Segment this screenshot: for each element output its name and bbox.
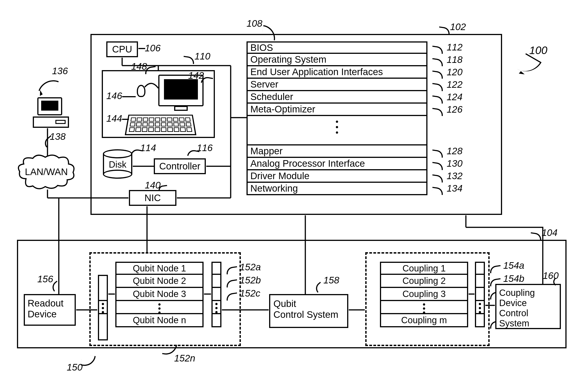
ref-100: 100 (529, 44, 547, 56)
lead-108 (261, 25, 277, 40)
lead-106 (138, 48, 145, 49)
ref-144: 144 (106, 113, 122, 124)
ext-slot (55, 120, 65, 124)
cloud-label: LAN/WAN (25, 166, 68, 177)
controller-box: Controller (154, 158, 206, 174)
qubit-ctrl-l2: Control System (273, 309, 344, 320)
keyboard (125, 115, 196, 135)
qubit-spacer (115, 301, 204, 314)
qubit-node-1: Qubit Node 1 (115, 262, 204, 275)
readout-l1: Readout (27, 298, 72, 309)
mem-networking: Networking (246, 183, 427, 195)
mem-metaopt: Meta-Optimizer (246, 104, 427, 116)
ref-106: 106 (145, 43, 161, 54)
mem-bios: BIOS (246, 42, 427, 54)
ref-104: 104 (542, 227, 558, 238)
ref-132: 132 (447, 170, 463, 182)
disk-label: Disk (103, 160, 132, 170)
readout-box: Readout Device (24, 294, 76, 326)
lead-104 (530, 232, 542, 241)
ref-152c: 152c (240, 288, 260, 299)
ref-120: 120 (447, 67, 463, 78)
ref-128: 128 (447, 146, 463, 156)
monitor-screen (164, 79, 198, 100)
ref-102: 102 (450, 22, 466, 32)
coupling-ctrl-box: Coupling Device Control System (495, 284, 561, 329)
ref-152n: 152n (174, 353, 195, 364)
coupling-ctrl-l1: Coupling (499, 288, 557, 298)
ref-122: 122 (447, 79, 463, 90)
lead-102 (438, 26, 451, 35)
ref-134: 134 (447, 183, 463, 194)
coupling-1: Coupling 1 (380, 262, 468, 275)
coupling-spacer (380, 301, 468, 314)
ref-154b: 154b (503, 273, 524, 284)
arrowhead-100 (519, 71, 525, 77)
ref-158: 158 (323, 275, 339, 286)
disk: Disk (103, 149, 132, 179)
lead-150 (81, 354, 96, 367)
coupling-m: Coupling m (380, 314, 468, 327)
cpu-box: CPU (106, 42, 138, 57)
ref-126: 126 (447, 104, 463, 115)
coupling-2: Coupling 2 (380, 275, 468, 288)
qubit-stack: Qubit Node 1 Qubit Node 2 Qubit Node 3 Q… (115, 262, 204, 327)
nic-box: NIC (129, 190, 176, 206)
coupling-stack: Coupling 1 Coupling 2 Coupling 3 Couplin… (380, 262, 468, 327)
ref-124: 124 (447, 92, 463, 102)
mem-api: Analog Processor Interface (246, 158, 427, 170)
ref-118: 118 (447, 54, 463, 65)
mem-driver: Driver Module (246, 170, 427, 183)
ref-112: 112 (447, 42, 463, 53)
qubit-node-2: Qubit Node 2 (115, 275, 204, 288)
ref-136: 136 (52, 66, 68, 76)
lead-146 (122, 96, 136, 97)
qubit-side-left (98, 275, 108, 340)
ref-140: 140 (145, 180, 161, 191)
qubit-node-3: Qubit Node 3 (115, 288, 204, 301)
ref-152a: 152a (240, 262, 261, 272)
lead-144 (122, 119, 129, 120)
ref-148: 148 (131, 61, 147, 72)
mem-euai: End User Application Interfaces (246, 66, 427, 79)
monitor-stand (174, 106, 188, 111)
memory-table: BIOS Operating System End User Applicati… (246, 42, 427, 195)
ref-152b: 152b (240, 275, 261, 286)
controller-label: Controller (159, 161, 200, 172)
qubit-node-n: Qubit Node n (115, 314, 204, 327)
readout-l2: Device (27, 309, 72, 320)
cpu-label: CPU (112, 44, 132, 55)
ref-150: 150 (67, 362, 82, 373)
diagram-canvas: 102 100 CPU 106 110 148 142 144 146 Di (0, 0, 581, 392)
ref-146: 146 (106, 90, 122, 101)
ref-130: 130 (447, 158, 463, 169)
keyboard-keys (129, 118, 192, 132)
coupling-ctrl-l2: Device (499, 298, 557, 308)
qubit-side-right (211, 262, 221, 327)
qubit-ctrl-l1: Qubit (273, 298, 344, 309)
ref-142: 142 (188, 70, 204, 81)
ref-108: 108 (246, 18, 262, 29)
qubit-ctrl-box: Qubit Control System (269, 294, 348, 328)
mem-os: Operating System (246, 54, 427, 66)
mouse (137, 85, 145, 97)
mem-server: Server (246, 79, 427, 91)
mem-scheduler: Scheduler (246, 91, 427, 104)
ext-monitor (37, 97, 62, 115)
cloud: LAN/WAN (17, 154, 76, 190)
mem-mapper: Mapper (246, 146, 427, 158)
coupling-3: Coupling 3 (380, 288, 468, 301)
coupling-side-right (475, 262, 485, 327)
ref-110: 110 (194, 51, 210, 62)
coupling-ctrl-l3: Control System (499, 308, 557, 328)
nic-label: NIC (144, 192, 161, 203)
ref-154a: 154a (503, 260, 524, 271)
mem-spacer (246, 116, 427, 146)
ref-156: 156 (37, 274, 53, 284)
